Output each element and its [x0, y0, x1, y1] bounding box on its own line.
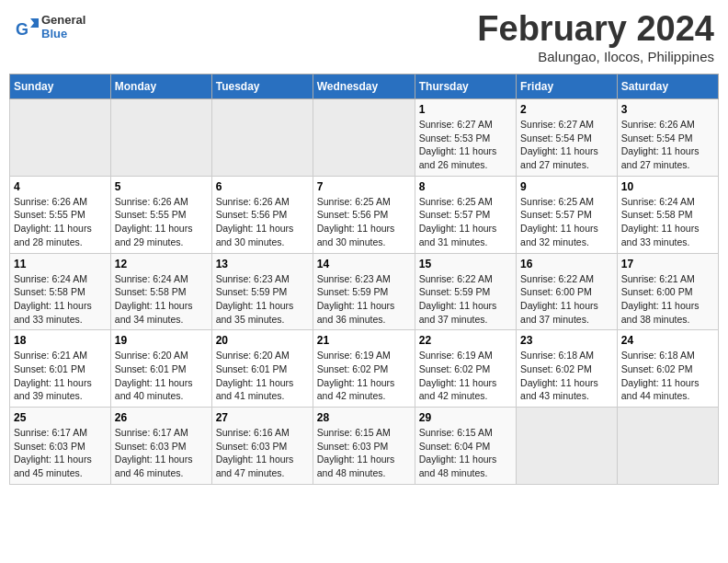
- day-number: 16: [520, 258, 613, 270]
- calendar-title: February 2024: [477, 9, 714, 49]
- day-number: 12: [115, 258, 208, 270]
- day-number: 13: [216, 258, 309, 270]
- calendar-week-row: 18Sunrise: 6:21 AMSunset: 6:01 PMDayligh…: [10, 330, 719, 408]
- day-number: 11: [14, 258, 107, 270]
- day-info: Sunrise: 6:24 AMSunset: 5:58 PMDaylight:…: [14, 272, 107, 327]
- weekday-header-wednesday: Wednesday: [313, 75, 415, 99]
- day-number: 5: [115, 180, 208, 193]
- calendar-week-row: 4Sunrise: 6:26 AMSunset: 5:55 PMDaylight…: [10, 176, 719, 253]
- day-number: 7: [317, 180, 411, 193]
- calendar-cell: [313, 99, 415, 177]
- day-info: Sunrise: 6:18 AMSunset: 6:02 PMDaylight:…: [621, 349, 714, 403]
- calendar-cell: 18Sunrise: 6:21 AMSunset: 6:01 PMDayligh…: [10, 330, 111, 408]
- day-number: 9: [520, 180, 613, 193]
- calendar-week-row: 11Sunrise: 6:24 AMSunset: 5:58 PMDayligh…: [10, 253, 719, 330]
- calendar-cell: 14Sunrise: 6:23 AMSunset: 5:59 PMDayligh…: [313, 253, 415, 330]
- day-info: Sunrise: 6:22 AMSunset: 5:59 PMDaylight:…: [419, 272, 512, 327]
- day-number: 2: [520, 103, 613, 116]
- calendar-cell: 24Sunrise: 6:18 AMSunset: 6:02 PMDayligh…: [617, 330, 718, 408]
- weekday-header-monday: Monday: [110, 75, 211, 99]
- calendar-cell: 21Sunrise: 6:19 AMSunset: 6:02 PMDayligh…: [313, 330, 415, 408]
- title-block: February 2024 Balungao, Ilocos, Philippi…: [477, 9, 714, 64]
- day-number: 22: [419, 334, 512, 347]
- calendar-cell: 4Sunrise: 6:26 AMSunset: 5:55 PMDaylight…: [10, 176, 111, 253]
- day-info: Sunrise: 6:23 AMSunset: 5:59 PMDaylight:…: [216, 272, 309, 327]
- calendar-cell: [10, 99, 111, 177]
- day-info: Sunrise: 6:17 AMSunset: 6:03 PMDaylight:…: [115, 426, 208, 480]
- day-info: Sunrise: 6:27 AMSunset: 5:53 PMDaylight:…: [419, 118, 512, 172]
- calendar-cell: 15Sunrise: 6:22 AMSunset: 5:59 PMDayligh…: [415, 253, 516, 330]
- weekday-header-friday: Friday: [517, 75, 618, 99]
- day-number: 15: [419, 258, 512, 270]
- day-number: 17: [621, 258, 714, 270]
- calendar-cell: [617, 408, 718, 485]
- calendar-cell: 1Sunrise: 6:27 AMSunset: 5:53 PMDaylight…: [415, 99, 516, 177]
- weekday-header-tuesday: Tuesday: [211, 75, 313, 99]
- day-number: 8: [419, 180, 512, 193]
- calendar-subtitle: Balungao, Ilocos, Philippines: [477, 49, 714, 64]
- day-number: 23: [520, 334, 613, 347]
- calendar-week-row: 25Sunrise: 6:17 AMSunset: 6:03 PMDayligh…: [10, 408, 719, 485]
- calendar-cell: 19Sunrise: 6:20 AMSunset: 6:01 PMDayligh…: [110, 330, 211, 408]
- day-number: 3: [621, 103, 714, 116]
- logo-line2: Blue: [41, 28, 85, 41]
- day-number: 14: [317, 258, 411, 270]
- weekday-header-thursday: Thursday: [415, 75, 516, 99]
- day-info: Sunrise: 6:18 AMSunset: 6:02 PMDaylight:…: [520, 349, 613, 403]
- day-number: 24: [621, 334, 714, 347]
- day-number: 4: [14, 180, 107, 193]
- calendar-cell: 7Sunrise: 6:25 AMSunset: 5:56 PMDaylight…: [313, 176, 415, 253]
- day-number: 25: [14, 411, 107, 424]
- calendar-cell: 3Sunrise: 6:26 AMSunset: 5:54 PMDaylight…: [617, 99, 718, 177]
- weekday-header-sunday: Sunday: [10, 75, 111, 99]
- calendar-cell: 12Sunrise: 6:24 AMSunset: 5:58 PMDayligh…: [110, 253, 211, 330]
- day-number: 27: [216, 411, 309, 424]
- weekday-header-saturday: Saturday: [617, 75, 718, 99]
- calendar-cell: [517, 408, 618, 485]
- day-number: 21: [317, 334, 411, 347]
- day-info: Sunrise: 6:15 AMSunset: 6:04 PMDaylight:…: [419, 426, 512, 480]
- day-info: Sunrise: 6:27 AMSunset: 5:54 PMDaylight:…: [520, 118, 613, 172]
- calendar-cell: [110, 99, 211, 177]
- day-info: Sunrise: 6:19 AMSunset: 6:02 PMDaylight:…: [317, 349, 411, 403]
- day-number: 1: [419, 103, 512, 116]
- calendar-cell: 27Sunrise: 6:16 AMSunset: 6:03 PMDayligh…: [211, 408, 313, 485]
- logo: G General Blue: [14, 14, 85, 41]
- calendar-cell: 29Sunrise: 6:15 AMSunset: 6:04 PMDayligh…: [415, 408, 516, 485]
- day-info: Sunrise: 6:15 AMSunset: 6:03 PMDaylight:…: [317, 426, 411, 480]
- calendar-cell: 5Sunrise: 6:26 AMSunset: 5:55 PMDaylight…: [110, 176, 211, 253]
- day-info: Sunrise: 6:20 AMSunset: 6:01 PMDaylight:…: [115, 349, 208, 403]
- day-info: Sunrise: 6:23 AMSunset: 5:59 PMDaylight:…: [317, 272, 411, 327]
- day-info: Sunrise: 6:21 AMSunset: 6:00 PMDaylight:…: [621, 272, 714, 327]
- day-info: Sunrise: 6:26 AMSunset: 5:55 PMDaylight:…: [115, 195, 208, 249]
- day-info: Sunrise: 6:25 AMSunset: 5:56 PMDaylight:…: [317, 195, 411, 249]
- calendar-cell: [211, 99, 313, 177]
- logo-icon: G: [14, 15, 40, 40]
- calendar-cell: 8Sunrise: 6:25 AMSunset: 5:57 PMDaylight…: [415, 176, 516, 253]
- day-info: Sunrise: 6:25 AMSunset: 5:57 PMDaylight:…: [520, 195, 613, 249]
- day-number: 18: [14, 334, 107, 347]
- weekday-header-row: SundayMondayTuesdayWednesdayThursdayFrid…: [10, 75, 719, 99]
- day-number: 26: [115, 411, 208, 424]
- calendar-table: SundayMondayTuesdayWednesdayThursdayFrid…: [9, 74, 719, 485]
- calendar-cell: 28Sunrise: 6:15 AMSunset: 6:03 PMDayligh…: [313, 408, 415, 485]
- calendar-cell: 11Sunrise: 6:24 AMSunset: 5:58 PMDayligh…: [10, 253, 111, 330]
- calendar-cell: 9Sunrise: 6:25 AMSunset: 5:57 PMDaylight…: [517, 176, 618, 253]
- calendar-cell: 10Sunrise: 6:24 AMSunset: 5:58 PMDayligh…: [617, 176, 718, 253]
- day-info: Sunrise: 6:21 AMSunset: 6:01 PMDaylight:…: [14, 349, 107, 403]
- day-info: Sunrise: 6:22 AMSunset: 6:00 PMDaylight:…: [520, 272, 613, 327]
- day-info: Sunrise: 6:26 AMSunset: 5:55 PMDaylight:…: [14, 195, 107, 249]
- day-info: Sunrise: 6:24 AMSunset: 5:58 PMDaylight:…: [621, 195, 714, 249]
- calendar-cell: 2Sunrise: 6:27 AMSunset: 5:54 PMDaylight…: [517, 99, 618, 177]
- day-info: Sunrise: 6:17 AMSunset: 6:03 PMDaylight:…: [14, 426, 107, 480]
- page-header: G General Blue February 2024 Balungao, I…: [9, 9, 719, 64]
- calendar-cell: 13Sunrise: 6:23 AMSunset: 5:59 PMDayligh…: [211, 253, 313, 330]
- svg-text:G: G: [16, 20, 28, 39]
- logo-line1: General: [41, 14, 85, 28]
- day-number: 6: [216, 180, 309, 193]
- day-info: Sunrise: 6:25 AMSunset: 5:57 PMDaylight:…: [419, 195, 512, 249]
- day-number: 19: [115, 334, 208, 347]
- day-number: 10: [621, 180, 714, 193]
- calendar-cell: 26Sunrise: 6:17 AMSunset: 6:03 PMDayligh…: [110, 408, 211, 485]
- calendar-cell: 20Sunrise: 6:20 AMSunset: 6:01 PMDayligh…: [211, 330, 313, 408]
